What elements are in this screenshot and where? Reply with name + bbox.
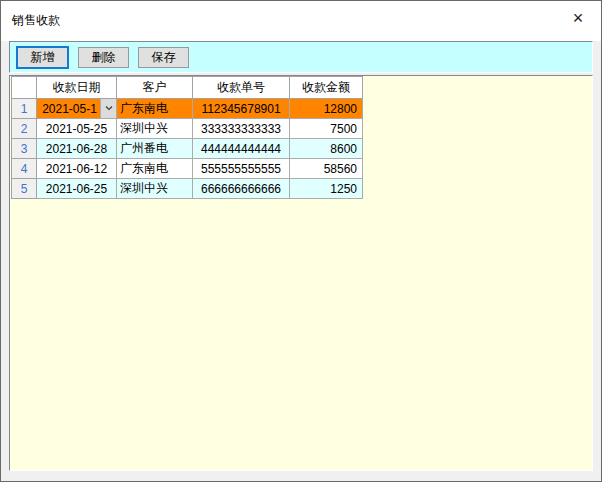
cell-doc-no[interactable]: 333333333333 [193,119,290,139]
add-button[interactable]: 新增 [16,46,69,69]
cell-doc-no[interactable]: 555555555555 [193,159,290,179]
cell-customer[interactable]: 广州番电 [117,139,193,159]
cell-customer[interactable]: 深圳中兴 [117,119,193,139]
cell-doc-no[interactable]: 666666666666 [193,179,290,199]
receipts-table: 收款日期 客户 收款单号 收款金额 1 2021-05-1 广东南电 [11,76,363,199]
date-dropdown-button[interactable] [100,99,116,118]
row-header[interactable]: 4 [12,159,37,179]
cell-doc-no[interactable]: 112345678901 [193,99,290,119]
cell-amount[interactable]: 58560 [290,159,363,179]
save-button[interactable]: 保存 [138,47,189,68]
cell-date[interactable]: 2021-05-25 [37,119,117,139]
row-header[interactable]: 5 [12,179,37,199]
column-header-doc-no[interactable]: 收款单号 [193,77,290,99]
toolbar: 新增 删除 保存 [9,41,593,73]
table-row: 3 2021-06-28 广州番电 444444444444 8600 [12,139,363,159]
column-header-date[interactable]: 收款日期 [37,77,117,99]
page-title: 销售收款 [12,12,60,29]
table-row: 2 2021-05-25 深圳中兴 333333333333 7500 [12,119,363,139]
cell-amount[interactable]: 1250 [290,179,363,199]
cell-date[interactable]: 2021-05-1 [37,99,117,119]
row-header[interactable]: 2 [12,119,37,139]
cell-amount[interactable]: 7500 [290,119,363,139]
cell-date-text: 2021-05-1 [42,102,97,116]
cell-amount[interactable]: 8600 [290,139,363,159]
table-header-row: 收款日期 客户 收款单号 收款金额 [12,77,363,99]
column-header-amount[interactable]: 收款金额 [290,77,363,99]
row-header[interactable]: 1 [12,99,37,119]
title-bar: 销售收款 × [1,1,601,41]
column-header-customer[interactable]: 客户 [117,77,193,99]
cell-date[interactable]: 2021-06-25 [37,179,117,199]
sales-receipt-window: 销售收款 × 新增 删除 保存 收款日期 客户 收款单号 收款金额 [0,0,602,482]
cell-customer[interactable]: 深圳中兴 [117,179,193,199]
delete-button[interactable]: 删除 [78,47,129,68]
chevron-down-icon [105,106,113,111]
table-row: 1 2021-05-1 广东南电 112345678901 12800 [12,99,363,119]
cell-doc-no[interactable]: 444444444444 [193,139,290,159]
table-row: 5 2021-06-25 深圳中兴 666666666666 1250 [12,179,363,199]
cell-date[interactable]: 2021-06-12 [37,159,117,179]
close-icon[interactable]: × [563,5,593,31]
table-row: 4 2021-06-12 广东南电 555555555555 58560 [12,159,363,179]
cell-customer[interactable]: 广东南电 [117,159,193,179]
cell-customer[interactable]: 广东南电 [117,99,193,119]
row-header[interactable]: 3 [12,139,37,159]
content-panel: 收款日期 客户 收款单号 收款金额 1 2021-05-1 广东南电 [9,75,593,471]
cell-date[interactable]: 2021-06-28 [37,139,117,159]
cell-amount[interactable]: 12800 [290,99,363,119]
column-header-rownum[interactable] [12,77,37,99]
